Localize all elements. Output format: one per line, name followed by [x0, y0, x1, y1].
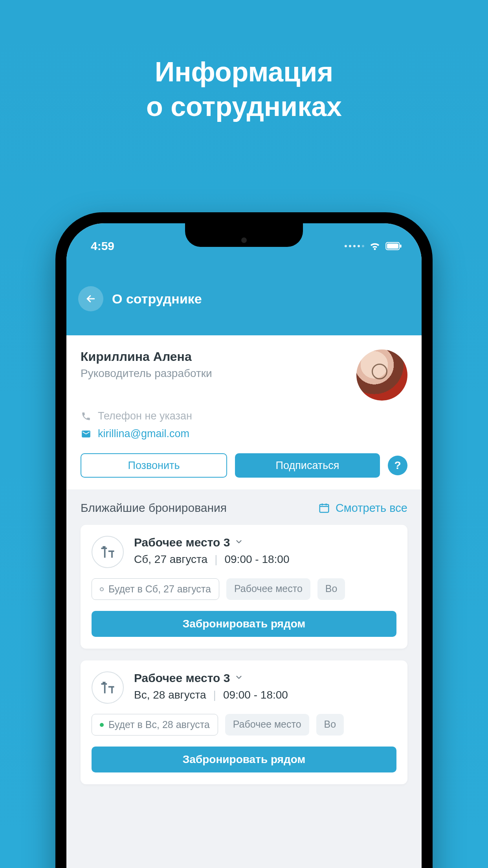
action-row: Позвонить Подписаться ? [81, 453, 407, 478]
section-title: Ближайшие бронирования [81, 501, 227, 515]
email-value: kirillina@gmail.com [98, 428, 189, 440]
svg-rect-8 [103, 546, 105, 548]
booking-card: Рабочее место 3 Вс, 28 августа | 09:00 -… [81, 660, 407, 784]
svg-rect-2 [400, 245, 402, 248]
svg-rect-12 [111, 688, 113, 693]
see-all-link[interactable]: Смотреть все [318, 502, 407, 515]
svg-rect-7 [111, 552, 113, 558]
section-head: Ближайшие бронирования Смотреть все [81, 501, 407, 515]
wifi-icon [369, 240, 381, 252]
back-button[interactable] [78, 286, 103, 311]
type-chip[interactable]: Рабочее место [226, 578, 310, 600]
booking-date: Сб, 27 августа [134, 553, 207, 566]
booking-title-row[interactable]: Рабочее место 3 [134, 671, 396, 685]
promo-title: Информация о сотрудниках [0, 55, 488, 124]
subscribe-button[interactable]: Подписаться [235, 453, 380, 478]
call-button[interactable]: Позвонить [81, 453, 227, 478]
chevron-down-icon [235, 537, 243, 548]
help-button[interactable]: ? [388, 456, 407, 475]
svg-rect-10 [108, 686, 114, 688]
booking-top: Рабочее место 3 Сб, 27 августа | 09:00 -… [92, 536, 396, 568]
status-dot-icon [100, 723, 104, 727]
content: Кириллина Алена Руководитель разработки … [66, 335, 422, 784]
presence-label: Будет в Сб, 27 августа [108, 583, 211, 595]
booking-info: Рабочее место 3 Вс, 28 августа | 09:00 -… [134, 671, 396, 701]
phone-icon [81, 411, 92, 422]
svg-rect-9 [101, 683, 107, 685]
booking-when: Вс, 28 августа | 09:00 - 18:00 [134, 689, 396, 701]
phone-screen: 4:59 [66, 223, 422, 868]
divider: | [213, 689, 216, 701]
presence-chip[interactable]: Будет в Вс, 28 августа [92, 714, 218, 736]
status-right [345, 240, 402, 252]
promo-canvas: Информация о сотрудниках 4:59 [0, 0, 488, 868]
chip-row: Будет в Вс, 28 августа Рабочее место Во [92, 714, 396, 736]
book-nearby-button[interactable]: Забронировать рядом [92, 611, 396, 637]
booking-time: 09:00 - 18:00 [224, 553, 289, 566]
booking-when: Сб, 27 августа | 09:00 - 18:00 [134, 553, 396, 566]
phone-row: Телефон не указан [81, 410, 407, 422]
profile-head: Кириллина Алена Руководитель разработки [81, 349, 407, 401]
status-time: 4:59 [91, 239, 114, 253]
status-dot-icon [100, 587, 104, 591]
page-title: О сотруднике [112, 291, 202, 307]
booking-title-row[interactable]: Рабочее место 3 [134, 536, 396, 549]
svg-rect-3 [320, 504, 329, 512]
calendar-icon [318, 502, 330, 514]
booking-date: Вс, 28 августа [134, 689, 206, 701]
divider: | [215, 553, 217, 566]
profile-card: Кириллина Алена Руководитель разработки … [66, 335, 422, 489]
extra-chip[interactable]: Во [317, 578, 345, 600]
desk-icon [92, 671, 124, 704]
svg-rect-13 [103, 682, 105, 683]
promo-line-2: о сотрудниках [0, 90, 488, 124]
svg-rect-1 [387, 243, 398, 248]
svg-rect-4 [101, 548, 107, 549]
type-chip[interactable]: Рабочее место [225, 714, 309, 736]
presence-chip[interactable]: Будет в Сб, 27 августа [92, 578, 219, 600]
booking-title: Рабочее место 3 [134, 536, 230, 549]
svg-rect-5 [108, 550, 114, 552]
booking-top: Рабочее место 3 Вс, 28 августа | 09:00 -… [92, 671, 396, 704]
booking-title: Рабочее место 3 [134, 671, 230, 685]
cellular-icon [345, 245, 364, 247]
contact-block: Телефон не указан kirillina@gmail.com [81, 410, 407, 440]
profile-text: Кириллина Алена Руководитель разработки [81, 349, 212, 401]
booking-info: Рабочее место 3 Сб, 27 августа | 09:00 -… [134, 536, 396, 566]
promo-line-1: Информация [0, 55, 488, 90]
arrow-left-icon [85, 293, 97, 305]
booking-card: Рабочее место 3 Сб, 27 августа | 09:00 -… [81, 525, 407, 649]
person-name: Кириллина Алена [81, 349, 212, 364]
chip-row: Будет в Сб, 27 августа Рабочее место Во [92, 578, 396, 600]
see-all-label: Смотреть все [336, 502, 407, 515]
phone-notch [185, 223, 303, 247]
svg-rect-11 [104, 685, 106, 693]
navbar: О сотруднике [66, 286, 422, 311]
extra-chip[interactable]: Во [316, 714, 344, 736]
battery-icon [385, 242, 402, 250]
mail-icon [81, 428, 92, 440]
book-nearby-button[interactable]: Забронировать рядом [92, 747, 396, 772]
presence-label: Будет в Вс, 28 августа [108, 719, 210, 730]
phone-value: Телефон не указан [98, 410, 192, 422]
avatar[interactable] [356, 349, 407, 401]
phone-frame: 4:59 [55, 212, 433, 868]
booking-time: 09:00 - 18:00 [223, 689, 288, 701]
svg-rect-6 [104, 549, 106, 558]
chevron-down-icon [235, 673, 243, 683]
desk-icon [92, 536, 124, 568]
person-role: Руководитель разработки [81, 367, 212, 380]
email-row[interactable]: kirillina@gmail.com [81, 428, 407, 440]
upcoming-section: Ближайшие бронирования Смотреть все [66, 489, 422, 784]
